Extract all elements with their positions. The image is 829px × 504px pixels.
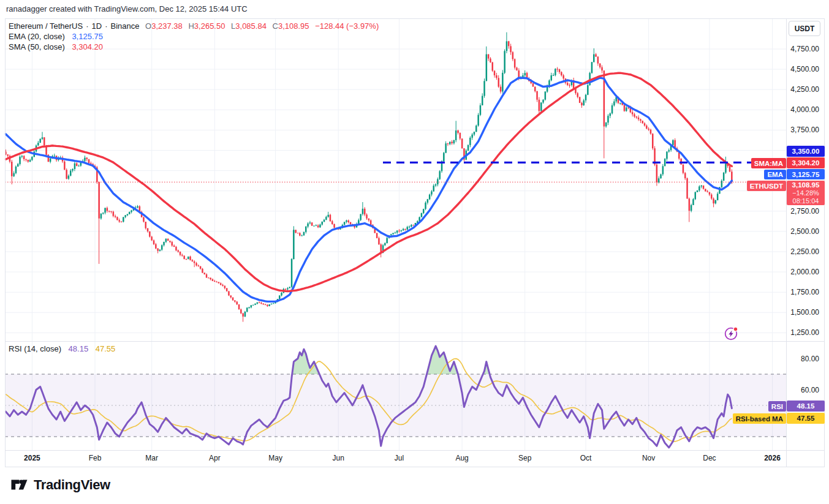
candle-body [433,186,435,191]
last-price-badge[interactable]: 3,108.95 −14.28% 08:15:04 [787,181,825,205]
candle-body [368,219,370,220]
candle-body [263,304,265,304]
symbol-legend-row[interactable]: Ethereum / TetherUS·1D·Binance O3,237.38… [9,21,379,31]
candle-body [474,132,475,134]
rsi-ma-value-badge: 47.55 [787,413,825,424]
candle-body [348,220,350,222]
candle-body [271,304,273,304]
candle-body [425,203,426,209]
candle-body [409,227,411,227]
candle-body [84,158,86,161]
candle-body [451,142,453,143]
candle-body [695,192,697,200]
candle-body [173,246,175,247]
sma-study-label[interactable]: SMA (50, close) [9,42,65,51]
candle-body [713,198,714,203]
candle-body [514,59,516,68]
candle-body [390,235,392,236]
sma-legend-row[interactable]: SMA (50, close) 3,304.20 [9,42,103,51]
candle-body [281,293,282,295]
candle-body [206,274,208,277]
rsi-legend-row[interactable]: RSI (14, close) 48.15 47.55 [9,344,115,353]
candle-body [715,200,717,203]
ohlc-open-key: O [145,21,151,31]
candle-body [461,138,463,148]
candle-body [692,199,694,205]
candle-body [311,222,313,225]
tradingview-logo[interactable]: TradingView [10,476,110,494]
candle-body [551,75,553,80]
time-axis-label: Sep [512,454,539,462]
candle-body [228,291,230,296]
candle-body [74,164,76,169]
sma-line-label[interactable]: SMA:MA [751,158,786,168]
candle-body [536,91,538,100]
candle-body [504,51,505,73]
sparkle-icon[interactable] [722,325,741,343]
chart-canvas[interactable] [0,0,829,504]
time-axis-label: 2025 [18,454,45,462]
candle-body [384,243,386,245]
candle-body [210,278,211,280]
currency-button[interactable]: USDT [789,21,820,36]
rsi-study-label[interactable]: RSI (14, close) [9,344,61,353]
candle-body [289,287,291,288]
time-axis-label: Feb [81,454,108,462]
candle-body [532,83,534,87]
candle-body [684,173,686,179]
candle-body [613,102,615,106]
change-value: −128.44 (−3.97%) [315,21,379,31]
candle-body [13,173,15,176]
candle-body [143,217,145,222]
rsi-line-label[interactable]: RSI [768,401,786,412]
candle-body [407,227,409,230]
candle-body [395,233,396,233]
ema-line[interactable] [6,78,732,301]
candle-body [305,227,307,232]
candle-body [666,152,668,159]
candle-body [534,87,536,91]
candle-body [366,214,368,218]
candle-body [175,247,177,250]
sma-study-value: 3,304.20 [72,42,103,51]
candle-body [611,105,613,113]
symbol-title[interactable]: Ethereum / TetherUS [9,21,83,31]
candle-body [204,273,206,274]
candle-body [644,123,646,126]
rsi-ma-line-label[interactable]: RSI-based MA [733,413,786,424]
candle-body [555,69,556,75]
candle-body [346,220,347,222]
legend-separator: · [105,21,107,31]
interval-label[interactable]: 1D [92,21,102,31]
exchange-label[interactable]: Binance [110,21,139,31]
pane-divider[interactable] [5,341,824,342]
ema-line-label[interactable]: EMA [764,170,786,179]
candle-body [327,215,329,217]
candle-body [656,165,658,182]
candle-body [108,211,110,211]
candle-body [50,159,51,162]
candle-body [569,85,570,86]
candle-body [502,73,504,92]
candle-body [54,156,56,156]
candle-body [325,217,327,220]
tradingview-logo-glyph [10,476,28,494]
candle-body [689,198,691,211]
symbol-line-label[interactable]: ETHUSDT [747,181,786,191]
candle-body [508,41,510,46]
candle-body [545,92,547,100]
ema-study-label[interactable]: EMA (20, close) [9,32,65,41]
time-axis-label: May [262,454,289,462]
candle-body [330,215,331,222]
alert-price-badge[interactable]: 3,350.00 [787,146,825,157]
candle-body [322,222,324,225]
candle-body [224,286,226,288]
candle-body [376,233,378,238]
candle-body [579,97,581,103]
ema-legend-row[interactable]: EMA (20, close) 3,125.75 [9,32,103,41]
price-axis-divider[interactable] [786,18,787,467]
candle-body [506,41,508,51]
candle-body [404,229,406,230]
candle-body [44,137,45,145]
time-axis-label: 2026 [759,454,786,462]
